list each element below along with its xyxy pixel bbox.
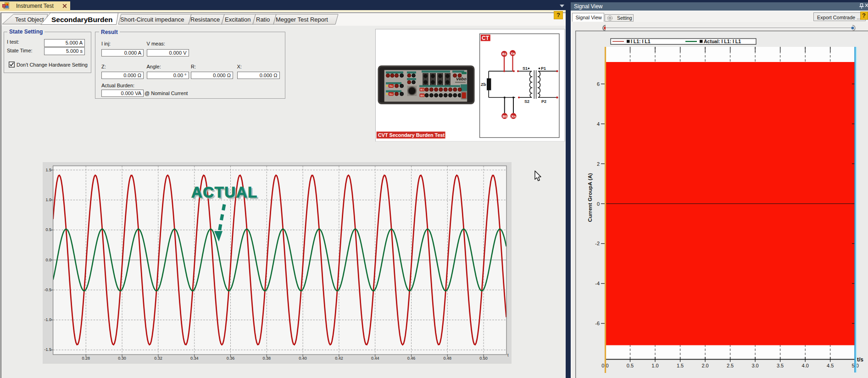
svg-text:S2: S2 xyxy=(524,99,529,104)
svg-text:SecondaryBurden: SecondaryBurden xyxy=(51,16,113,23)
svg-text:P2: P2 xyxy=(541,99,546,104)
svg-text:0.48: 0.48 xyxy=(444,356,452,361)
svg-text:0.34: 0.34 xyxy=(190,356,199,361)
svg-text:0.50: 0.50 xyxy=(479,356,488,361)
svg-text:0.46: 0.46 xyxy=(407,356,416,361)
svg-text:-6: -6 xyxy=(595,321,600,326)
svg-text:3.0: 3.0 xyxy=(751,363,758,368)
svg-text:Megger Test Report: Megger Test Report xyxy=(276,16,328,23)
svg-text:Ratio: Ratio xyxy=(256,16,270,23)
svg-text:2.0: 2.0 xyxy=(701,363,708,368)
svg-text:-0.5: -0.5 xyxy=(44,288,51,292)
svg-text:B1: B1 xyxy=(502,52,507,56)
svg-text:Xn: Xn xyxy=(389,92,393,95)
svg-text:B1: B1 xyxy=(420,88,424,91)
svg-text:0.44: 0.44 xyxy=(371,356,379,361)
svg-text:0.5: 0.5 xyxy=(627,363,634,368)
svg-text:Xn: Xn xyxy=(512,114,516,118)
svg-text:-4: -4 xyxy=(595,281,600,286)
svg-text:I L1: I L1: I L1: I L1 xyxy=(631,39,651,44)
svg-text:-2: -2 xyxy=(595,241,600,246)
svg-text:Vebo: Vebo xyxy=(456,76,467,81)
svg-text:B0: B0 xyxy=(503,114,507,118)
svg-text:0.0: 0.0 xyxy=(45,258,51,262)
svg-text:Xa: Xa xyxy=(511,51,515,55)
svg-text:S1: S1 xyxy=(523,66,528,70)
svg-text:CT: CT xyxy=(482,35,490,41)
svg-text:Xa: Xa xyxy=(389,85,393,87)
svg-text:0.30: 0.30 xyxy=(118,356,126,361)
svg-text:4: 4 xyxy=(597,121,600,127)
svg-text:Current GroupA (A): Current GroupA (A) xyxy=(587,173,593,222)
svg-text:Test Object: Test Object xyxy=(15,17,44,23)
svg-text:0.40: 0.40 xyxy=(299,356,307,361)
svg-text:4.5: 4.5 xyxy=(827,363,834,368)
svg-text:1.0: 1.0 xyxy=(651,363,658,368)
svg-text:Excitation: Excitation xyxy=(225,16,250,23)
svg-text:0.28: 0.28 xyxy=(82,356,90,361)
svg-text:1.5: 1.5 xyxy=(677,363,684,368)
svg-text:Resistance: Resistance xyxy=(190,16,220,23)
svg-text:t/s: t/s xyxy=(857,356,863,363)
svg-text:6: 6 xyxy=(597,81,600,87)
svg-text:0: 0 xyxy=(597,201,600,207)
svg-text:3.5: 3.5 xyxy=(777,363,784,368)
svg-text:0.36: 0.36 xyxy=(227,356,235,361)
svg-text:ACTUAL: ACTUAL xyxy=(191,184,258,201)
svg-text:B0: B0 xyxy=(420,94,424,96)
svg-text:Zb: Zb xyxy=(481,82,486,87)
svg-text:-1.5: -1.5 xyxy=(44,347,51,352)
svg-text:2.5: 2.5 xyxy=(727,363,734,368)
svg-text:0.38: 0.38 xyxy=(263,356,271,361)
svg-text:0.32: 0.32 xyxy=(154,356,162,361)
svg-text:-1.0: -1.0 xyxy=(44,317,51,322)
svg-text:0.5: 0.5 xyxy=(45,227,51,232)
svg-text:0.42: 0.42 xyxy=(335,356,343,361)
svg-text:1.5: 1.5 xyxy=(45,168,51,172)
svg-text:4.0: 4.0 xyxy=(802,363,809,368)
svg-text:P1: P1 xyxy=(541,66,546,70)
svg-text:CVT Secondary Burden Test: CVT Secondary Burden Test xyxy=(378,132,445,137)
svg-text:1.0: 1.0 xyxy=(45,197,51,202)
svg-text:Actual: I L1: I L1: Actual: I L1: I L1 xyxy=(704,39,741,44)
svg-text:2: 2 xyxy=(597,161,600,167)
svg-text:Short-Circuit impedance: Short-Circuit impedance xyxy=(120,16,184,23)
